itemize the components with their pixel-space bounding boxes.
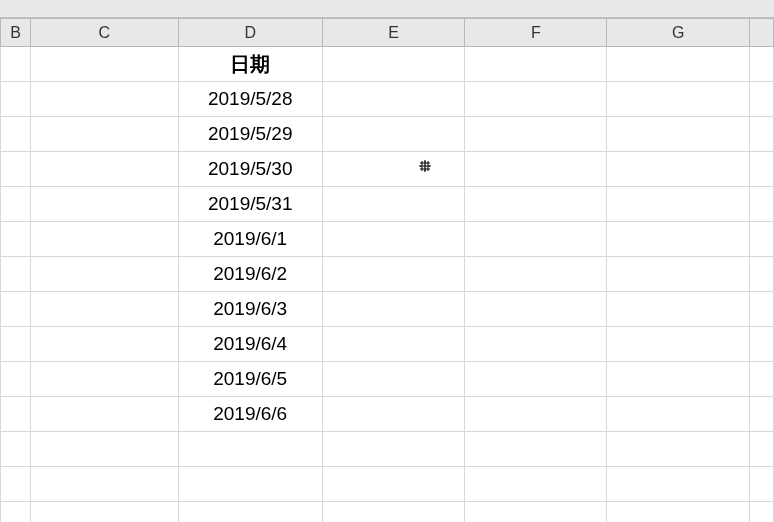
cell[interactable]: [1, 47, 31, 82]
cell[interactable]: [465, 82, 607, 117]
cell[interactable]: [30, 187, 178, 222]
column-header-F[interactable]: F: [465, 19, 607, 47]
cell[interactable]: [1, 432, 31, 467]
cell[interactable]: [750, 467, 774, 502]
cell[interactable]: [30, 117, 178, 152]
cell[interactable]: [1, 117, 31, 152]
cell-date[interactable]: 2019/5/29: [178, 117, 322, 152]
column-header-G[interactable]: G: [607, 19, 750, 47]
cell[interactable]: [1, 257, 31, 292]
cell[interactable]: [30, 82, 178, 117]
cell[interactable]: [750, 502, 774, 523]
cell[interactable]: [30, 362, 178, 397]
cell[interactable]: [750, 187, 774, 222]
cell-date[interactable]: 2019/5/28: [178, 82, 322, 117]
cell[interactable]: [1, 502, 31, 523]
cell[interactable]: [322, 397, 465, 432]
cell[interactable]: [607, 362, 750, 397]
cell[interactable]: [1, 397, 31, 432]
cell[interactable]: [1, 82, 31, 117]
cell[interactable]: [607, 222, 750, 257]
cell[interactable]: [607, 187, 750, 222]
cell[interactable]: [178, 467, 322, 502]
spreadsheet-grid[interactable]: B C D E F G 日期 2019/5/28 2019/5/29: [0, 18, 774, 522]
cell[interactable]: [322, 257, 465, 292]
cell[interactable]: [30, 467, 178, 502]
cell[interactable]: [750, 432, 774, 467]
cell[interactable]: [465, 47, 607, 82]
cell[interactable]: [465, 502, 607, 523]
cell[interactable]: [322, 327, 465, 362]
cell-date[interactable]: 2019/6/4: [178, 327, 322, 362]
cell[interactable]: [750, 152, 774, 187]
cell-date[interactable]: 2019/6/1: [178, 222, 322, 257]
cell[interactable]: [322, 187, 465, 222]
cell[interactable]: [750, 47, 774, 82]
cell[interactable]: [607, 467, 750, 502]
cell[interactable]: [465, 152, 607, 187]
cell[interactable]: [465, 397, 607, 432]
cell[interactable]: [322, 502, 465, 523]
cell[interactable]: [607, 397, 750, 432]
cell[interactable]: [607, 257, 750, 292]
column-header-B[interactable]: B: [1, 19, 31, 47]
cell[interactable]: [465, 117, 607, 152]
cell-date[interactable]: 2019/6/5: [178, 362, 322, 397]
cell-date[interactable]: 2019/5/31: [178, 187, 322, 222]
cell[interactable]: [607, 117, 750, 152]
cell[interactable]: [465, 222, 607, 257]
cell[interactable]: [750, 82, 774, 117]
cell[interactable]: [750, 292, 774, 327]
cell[interactable]: [322, 152, 465, 187]
cell[interactable]: [465, 327, 607, 362]
cell[interactable]: [750, 222, 774, 257]
cell-date[interactable]: 2019/5/30: [178, 152, 322, 187]
column-header-E[interactable]: E: [322, 19, 465, 47]
cell-date[interactable]: 2019/6/3: [178, 292, 322, 327]
cell[interactable]: [322, 467, 465, 502]
cell[interactable]: [607, 152, 750, 187]
column-header-D[interactable]: D: [178, 19, 322, 47]
cell[interactable]: [465, 362, 607, 397]
cell[interactable]: [465, 432, 607, 467]
cell[interactable]: [30, 47, 178, 82]
cell[interactable]: [30, 257, 178, 292]
cell[interactable]: [322, 292, 465, 327]
cell[interactable]: [30, 292, 178, 327]
cell-date[interactable]: 2019/6/2: [178, 257, 322, 292]
cell[interactable]: [607, 47, 750, 82]
cell[interactable]: [750, 362, 774, 397]
cell[interactable]: [322, 222, 465, 257]
cell-date[interactable]: 2019/6/6: [178, 397, 322, 432]
cell[interactable]: [607, 432, 750, 467]
cell[interactable]: [178, 432, 322, 467]
cell[interactable]: [30, 327, 178, 362]
cell[interactable]: [607, 292, 750, 327]
cell[interactable]: [322, 47, 465, 82]
cell[interactable]: [178, 502, 322, 523]
cell[interactable]: [30, 432, 178, 467]
cell[interactable]: [30, 502, 178, 523]
cell[interactable]: [1, 327, 31, 362]
cell[interactable]: [750, 257, 774, 292]
cell[interactable]: [465, 257, 607, 292]
cell[interactable]: [1, 467, 31, 502]
cell[interactable]: [465, 292, 607, 327]
cell[interactable]: [750, 327, 774, 362]
cell[interactable]: [322, 432, 465, 467]
cell[interactable]: [30, 222, 178, 257]
cell[interactable]: [1, 152, 31, 187]
cell[interactable]: [1, 362, 31, 397]
cell[interactable]: [322, 117, 465, 152]
cell[interactable]: [30, 152, 178, 187]
cell[interactable]: [465, 187, 607, 222]
cell[interactable]: [750, 397, 774, 432]
column-header-H[interactable]: [750, 19, 774, 47]
cell[interactable]: [607, 502, 750, 523]
cell[interactable]: [607, 327, 750, 362]
cell-header-date[interactable]: 日期: [178, 47, 322, 82]
cell[interactable]: [322, 82, 465, 117]
cell[interactable]: [1, 292, 31, 327]
cell[interactable]: [750, 117, 774, 152]
cell[interactable]: [1, 187, 31, 222]
